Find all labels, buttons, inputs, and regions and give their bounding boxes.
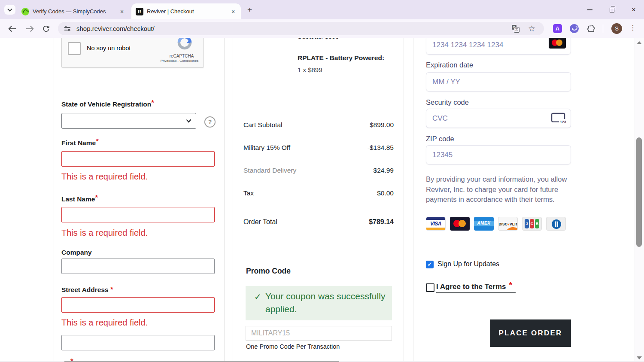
- promo-note: One Promo Code Per Transaction: [246, 343, 340, 350]
- terms-checkbox[interactable]: [426, 283, 434, 292]
- recaptcha-checkbox[interactable]: [68, 42, 81, 55]
- extensions-button[interactable]: [586, 24, 595, 33]
- state-help-icon[interactable]: ?: [204, 116, 216, 128]
- card-number-field-wrap: [426, 38, 571, 55]
- row-label: Order Total: [243, 218, 277, 226]
- extension-a-icon[interactable]: A: [553, 24, 562, 33]
- required-asterisk: *: [95, 194, 98, 202]
- browser-menu-icon[interactable]: ⋮: [629, 24, 636, 32]
- diners-icon: [546, 217, 566, 231]
- reload-button[interactable]: [42, 24, 50, 33]
- signup-checkbox[interactable]: ✓: [426, 261, 434, 268]
- bookmark-star-icon[interactable]: ☆: [528, 24, 535, 33]
- first-name-label: First Name*: [61, 139, 99, 147]
- street-address-label: Street Address *: [61, 286, 113, 294]
- tab-reviver-checkout[interactable]: R Reviver | Checkout ×: [131, 3, 241, 19]
- reload-icon: [42, 24, 50, 33]
- close-window-button[interactable]: ×: [625, 5, 642, 15]
- simplycodes-favicon: [21, 8, 29, 15]
- amex-icon: AMEX: [474, 217, 494, 231]
- state-select[interactable]: [61, 113, 196, 129]
- recaptcha-links[interactable]: Privacidad - Condiciones: [159, 59, 200, 63]
- jcb-icon: JCB: [522, 217, 542, 231]
- required-asterisk: *: [151, 99, 154, 107]
- last-name-input[interactable]: [61, 207, 215, 222]
- url-text[interactable]: shop.reviver.com/checkout/: [76, 25, 512, 32]
- profile-avatar[interactable]: S: [611, 23, 622, 34]
- required-asterisk: *: [509, 280, 512, 289]
- close-tab-icon[interactable]: ×: [118, 8, 125, 15]
- browser-toolbar: shop.reviver.com/checkout/ G 文 ☆ A S ⋮: [0, 19, 644, 38]
- close-tab-icon[interactable]: ×: [230, 8, 237, 15]
- toolbar-divider: [603, 24, 603, 33]
- street-address-error: This is a required field.: [61, 318, 148, 328]
- summary-row: Cart Subtotal $899.00: [243, 121, 394, 129]
- item-subtotal: Subtotal: $899: [298, 38, 339, 40]
- state-label: State of Vehicle Registration*: [61, 100, 154, 108]
- required-asterisk: *: [96, 137, 99, 146]
- summary-row: Standard Delivery $24.99: [243, 167, 394, 174]
- chevron-down-icon: [186, 119, 191, 123]
- card-disclaimer-text: By providing your card information, you …: [426, 174, 570, 205]
- signup-label: Sign Up for Updates: [437, 260, 499, 268]
- vertical-scrollbar-thumb[interactable]: [636, 137, 642, 247]
- checkout-page: No soy un robot reCAPTCHA Privacidad - C…: [0, 38, 644, 362]
- security-code-label: Security code: [426, 98, 469, 106]
- tab-simplycodes[interactable]: Verify Codes — SimplyCodes ×: [17, 3, 130, 19]
- terms-link[interactable]: I Agree to the Terms*: [436, 283, 516, 293]
- cvc-card-icon: 123: [551, 112, 567, 127]
- horizontal-scrollbar[interactable]: [0, 361, 644, 362]
- street-address-input[interactable]: [61, 297, 215, 313]
- row-label: Standard Delivery: [243, 167, 296, 174]
- row-value: $0.00: [377, 189, 394, 197]
- tab-search-button[interactable]: [4, 5, 15, 15]
- svg-text:123: 123: [560, 120, 566, 124]
- discover-icon: DISC●VER: [498, 217, 518, 231]
- tab-strip: Verify Codes — SimplyCodes × R Reviver |…: [0, 0, 644, 19]
- promo-code-input[interactable]: [246, 326, 392, 341]
- translate-icon[interactable]: G 文: [512, 25, 519, 33]
- visa-icon: VISA: [426, 217, 446, 231]
- coupon-success-message: ✓ Your coupon was successfully applied.: [246, 286, 392, 320]
- item-quantity: 1 x $899: [298, 66, 322, 73]
- recaptcha-logo-icon: [176, 38, 193, 53]
- extension-simplycodes-icon[interactable]: [570, 24, 579, 33]
- forward-arrow-icon: [25, 25, 34, 33]
- reviver-favicon: R: [136, 8, 143, 15]
- place-order-button[interactable]: PLACE ORDER: [490, 319, 571, 347]
- mastercard-icon: [549, 38, 566, 49]
- first-name-input[interactable]: [61, 151, 215, 167]
- tab-title: Verify Codes — SimplyCodes: [33, 8, 115, 15]
- street-address2-input[interactable]: [61, 335, 215, 350]
- tab-title: Reviver | Checkout: [147, 8, 226, 15]
- expiration-input[interactable]: [426, 72, 571, 91]
- row-label: Military 15% Off: [243, 144, 290, 152]
- recaptcha-label: No soy un robot: [87, 45, 131, 52]
- scroll-up-arrow[interactable]: [637, 41, 642, 44]
- company-input[interactable]: [61, 259, 215, 274]
- new-tab-button[interactable]: +: [247, 5, 252, 15]
- forward-button[interactable]: [25, 25, 34, 33]
- site-info-icon[interactable]: [64, 26, 70, 31]
- summary-row: Military 15% Off -$134.85: [243, 144, 394, 152]
- zip-code-input[interactable]: [426, 145, 571, 164]
- recaptcha-widget: No soy un robot reCAPTCHA Privacidad - C…: [61, 38, 204, 68]
- required-asterisk: *: [110, 286, 113, 294]
- coupon-success-text: Your coupon was successfully applied.: [265, 290, 386, 316]
- row-value: -$134.85: [368, 144, 394, 152]
- row-label: Cart Subtotal: [243, 121, 282, 129]
- vertical-scrollbar[interactable]: [635, 38, 644, 362]
- address-bar[interactable]: shop.reviver.com/checkout/ G 文 ☆: [58, 22, 544, 35]
- item-name: RPLATE - Battery Powered:: [298, 54, 384, 62]
- chevron-down-icon: [7, 8, 12, 12]
- cvc-input[interactable]: [426, 109, 571, 128]
- restore-button[interactable]: [603, 5, 620, 15]
- scroll-down-arrow[interactable]: [637, 356, 642, 359]
- row-value: $789.14: [369, 218, 394, 226]
- first-name-error: This is a required field.: [61, 172, 148, 182]
- row-value: $24.99: [374, 167, 394, 174]
- minimize-button[interactable]: [581, 5, 598, 15]
- horizontal-scrollbar-thumb[interactable]: [64, 361, 339, 362]
- back-button[interactable]: [8, 25, 17, 33]
- mastercard-brand-icon: [450, 217, 470, 231]
